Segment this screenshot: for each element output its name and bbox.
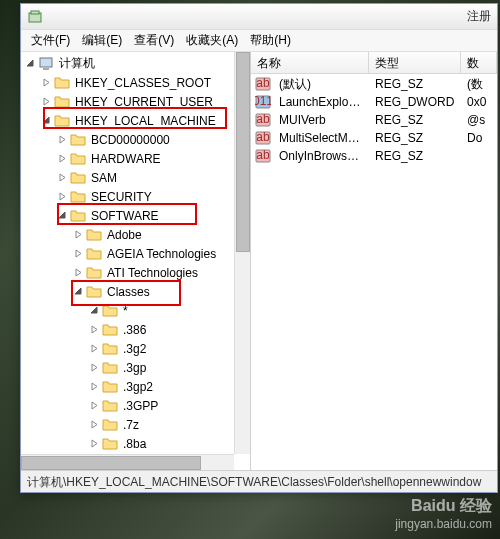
expander-icon[interactable]: [89, 362, 100, 373]
svg-text:ab: ab: [256, 76, 270, 90]
expander-icon[interactable]: [73, 248, 84, 259]
menu-help[interactable]: 帮助(H): [244, 30, 297, 51]
tree-classes-child[interactable]: .3gp2: [21, 377, 250, 396]
expander-icon[interactable]: [41, 115, 52, 126]
expander-icon[interactable]: [73, 229, 84, 240]
expander-icon[interactable]: [57, 134, 68, 145]
value-name[interactable]: LaunchExplore...: [273, 95, 369, 109]
tree-classes-child[interactable]: .3gp: [21, 358, 250, 377]
svg-rect-4: [43, 68, 49, 70]
value-name[interactable]: OnlyInBrowser...: [273, 149, 369, 163]
tree-label[interactable]: BCD00000000: [89, 133, 172, 147]
list-body[interactable]: ab(默认)REG_SZ(数011LaunchExplore...REG_DWO…: [251, 74, 497, 165]
expander-icon[interactable]: [57, 210, 68, 221]
tree-label[interactable]: .386: [121, 323, 148, 337]
tree-root[interactable]: 计算机: [21, 54, 250, 73]
tree-software-adobe[interactable]: Adobe: [21, 225, 250, 244]
tree-software-ageia-technologies[interactable]: AGEIA Technologies: [21, 244, 250, 263]
tree-software-classes[interactable]: Classes: [21, 282, 250, 301]
expander-icon[interactable]: [57, 191, 68, 202]
statusbar: 计算机\HKEY_LOCAL_MACHINE\SOFTWARE\Classes\…: [21, 470, 497, 492]
tree-label[interactable]: SOFTWARE: [89, 209, 161, 223]
tree-label[interactable]: .3gp: [121, 361, 148, 375]
list-pane[interactable]: 名称 类型 数 ab(默认)REG_SZ(数011LaunchExplore..…: [251, 52, 497, 470]
tree-classes-child[interactable]: .3g2: [21, 339, 250, 358]
value-row[interactable]: abOnlyInBrowser...REG_SZ: [251, 147, 497, 165]
tree-label[interactable]: SAM: [89, 171, 119, 185]
tree-classes-child[interactable]: .7z: [21, 415, 250, 434]
tree-label[interactable]: *: [121, 304, 130, 318]
titlebar[interactable]: 注册: [21, 4, 497, 30]
expander-icon[interactable]: [41, 96, 52, 107]
tree-hkcr[interactable]: HKEY_CLASSES_ROOT: [21, 73, 250, 92]
tree-label[interactable]: SECURITY: [89, 190, 154, 204]
tree-hkcu[interactable]: HKEY_CURRENT_USER: [21, 92, 250, 111]
tree-label[interactable]: HKEY_LOCAL_MACHINE: [73, 114, 218, 128]
value-type: REG_SZ: [369, 113, 461, 127]
expander-icon[interactable]: [89, 343, 100, 354]
tree-label[interactable]: .3gp2: [121, 380, 155, 394]
expander-icon[interactable]: [25, 58, 36, 69]
tree-label[interactable]: ATI Technologies: [105, 266, 200, 280]
tree-classes-child[interactable]: .386: [21, 320, 250, 339]
tree-classes-child[interactable]: .8ba: [21, 434, 250, 453]
tree-label[interactable]: AGEIA Technologies: [105, 247, 218, 261]
expander-icon[interactable]: [73, 267, 84, 278]
tree-hklm-software[interactable]: SOFTWARE: [21, 206, 250, 225]
value-row[interactable]: abMUIVerbREG_SZ@s: [251, 111, 497, 129]
folder-icon: [86, 246, 102, 262]
tree-hklm-security[interactable]: SECURITY: [21, 187, 250, 206]
tree-label[interactable]: HKEY_CURRENT_USER: [73, 95, 215, 109]
col-header-name[interactable]: 名称: [251, 52, 369, 73]
tree-software-ati-technologies[interactable]: ATI Technologies: [21, 263, 250, 282]
svg-marker-5: [44, 79, 49, 86]
tree-label[interactable]: .3GPP: [121, 399, 160, 413]
folder-icon: [102, 398, 118, 414]
tree-pane[interactable]: 计算机HKEY_CLASSES_ROOTHKEY_CURRENT_USERHKE…: [21, 52, 251, 470]
tree-label[interactable]: HARDWARE: [89, 152, 163, 166]
expander-icon[interactable]: [57, 153, 68, 164]
tree-label[interactable]: .8ba: [121, 437, 148, 451]
tree-hklm-bcd00000000[interactable]: BCD00000000: [21, 130, 250, 149]
tree-label[interactable]: Classes: [105, 285, 152, 299]
folder-icon: [102, 303, 118, 319]
value-row[interactable]: ab(默认)REG_SZ(数: [251, 75, 497, 93]
tree-label[interactable]: .3g2: [121, 342, 148, 356]
expander-icon[interactable]: [41, 77, 52, 88]
value-icon: ab: [255, 76, 271, 92]
tree-classes-child[interactable]: *: [21, 301, 250, 320]
regedit-window: 注册 文件(F) 编辑(E) 查看(V) 收藏夹(A) 帮助(H) 计算机HKE…: [20, 3, 498, 493]
col-header-type[interactable]: 类型: [369, 52, 461, 73]
menu-favorites[interactable]: 收藏夹(A): [180, 30, 244, 51]
expander-icon[interactable]: [89, 400, 100, 411]
tree-label[interactable]: .7z: [121, 418, 141, 432]
expander-icon[interactable]: [89, 324, 100, 335]
folder-icon: [102, 341, 118, 357]
col-header-data[interactable]: 数: [461, 52, 497, 73]
menu-edit[interactable]: 编辑(E): [76, 30, 128, 51]
tree-hklm-sam[interactable]: SAM: [21, 168, 250, 187]
tree-hklm[interactable]: HKEY_LOCAL_MACHINE: [21, 111, 250, 130]
menu-view[interactable]: 查看(V): [128, 30, 180, 51]
tree-label[interactable]: 计算机: [57, 55, 97, 72]
expander-icon[interactable]: [89, 381, 100, 392]
tree-scrollbar-v[interactable]: [234, 52, 250, 454]
expander-icon[interactable]: [73, 286, 84, 297]
tree-hklm-hardware[interactable]: HARDWARE: [21, 149, 250, 168]
expander-icon[interactable]: [57, 172, 68, 183]
tree-label[interactable]: Adobe: [105, 228, 144, 242]
value-name[interactable]: MUIVerb: [273, 113, 369, 127]
svg-marker-24: [92, 440, 97, 447]
tree-scrollbar-h[interactable]: [21, 454, 234, 470]
expander-icon[interactable]: [89, 419, 100, 430]
tree-label[interactable]: HKEY_CLASSES_ROOT: [73, 76, 213, 90]
expander-icon[interactable]: [89, 438, 100, 449]
menu-file[interactable]: 文件(F): [25, 30, 76, 51]
value-name[interactable]: MultiSelectMo...: [273, 131, 369, 145]
value-name[interactable]: (默认): [273, 76, 369, 93]
registry-tree[interactable]: 计算机HKEY_CLASSES_ROOTHKEY_CURRENT_USERHKE…: [21, 52, 250, 470]
expander-icon[interactable]: [89, 305, 100, 316]
tree-classes-child[interactable]: .3GPP: [21, 396, 250, 415]
value-row[interactable]: 011LaunchExplore...REG_DWORD0x0: [251, 93, 497, 111]
value-row[interactable]: abMultiSelectMo...REG_SZDo: [251, 129, 497, 147]
